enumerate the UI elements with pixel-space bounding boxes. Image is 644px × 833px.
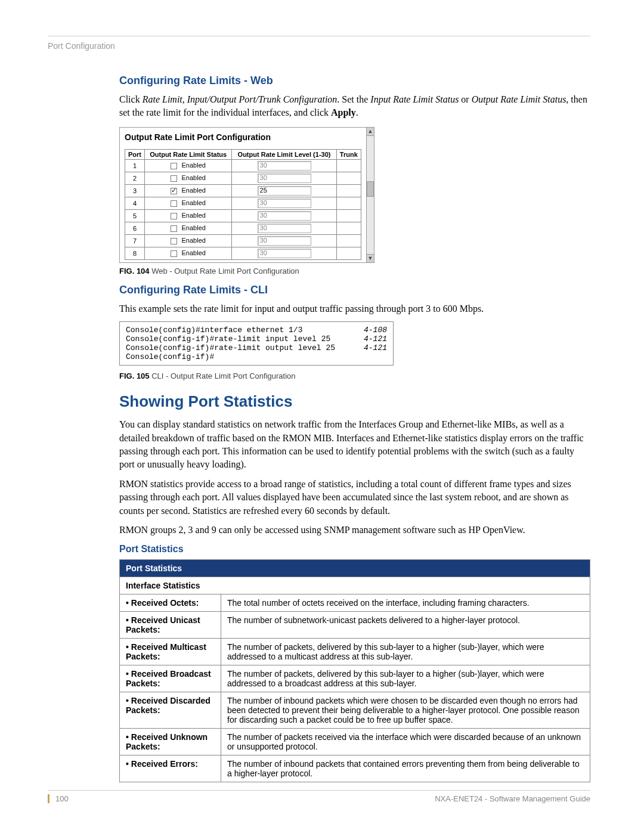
stat-desc: The number of subnetwork-unicast packets… (221, 612, 590, 639)
stat-desc: The number of inbound packets which were… (221, 692, 590, 729)
level-input[interactable]: 25 (258, 186, 311, 196)
enabled-checkbox[interactable] (171, 225, 177, 232)
cli-command: Console(config-if)#rate-limit output lev… (126, 343, 335, 352)
col-level: Output Rate Limit Level (1-30) (232, 149, 336, 159)
enabled-label: Enabled (179, 212, 205, 219)
status-cell: Enabled (144, 172, 232, 184)
level-input[interactable]: 30 (258, 199, 311, 208)
status-cell: Enabled (144, 184, 232, 197)
table-row: • Received Unicast Packets:The number of… (120, 612, 590, 639)
enabled-checkbox[interactable] (171, 175, 177, 182)
enabled-checkbox[interactable] (171, 188, 177, 194)
level-input[interactable]: 30 (258, 211, 311, 221)
trunk-cell (336, 222, 361, 234)
level-input[interactable]: 30 (258, 224, 311, 233)
level-cell: 30 (232, 234, 336, 247)
port-cell: 7 (125, 234, 145, 247)
stat-label: • Received Unknown Packets: (120, 729, 221, 755)
screenshot-title: Output Rate Limit Port Configuration (125, 132, 361, 142)
level-cell: 30 (232, 209, 336, 222)
enabled-checkbox[interactable] (171, 213, 177, 219)
level-input[interactable]: 30 (258, 249, 311, 258)
page-footer: 100 NXA-ENET24 - Software Management Gui… (48, 790, 590, 803)
scroll-up-icon[interactable]: ▲ (367, 128, 374, 136)
para-config-cli: This example sets the rate limit for inp… (119, 302, 590, 315)
table-row: 6 Enabled30 (125, 222, 361, 234)
col-port: Port (125, 149, 145, 159)
stat-label: • Received Unicast Packets: (120, 612, 221, 639)
status-cell: Enabled (144, 247, 232, 259)
level-input[interactable]: 30 (258, 161, 311, 171)
stat-label: • Received Broadcast Packets: (120, 665, 221, 692)
screenshot-output-rate-limit: Output Rate Limit Port Configuration Por… (119, 127, 367, 263)
status-cell: Enabled (144, 159, 232, 172)
table-row: 7 Enabled30 (125, 234, 361, 247)
cli-line: Console(config-if)#rate-limit output lev… (126, 343, 387, 352)
fig-105-caption: FIG. 105 CLI - Output Rate Limit Port Co… (119, 371, 590, 380)
table-row: • Received Octets:The total number of oc… (120, 594, 590, 612)
level-cell: 25 (232, 184, 336, 197)
rate-limit-table: Port Output Rate Limit Status Output Rat… (125, 149, 361, 260)
fig-104-caption: FIG. 104 Web - Output Rate Limit Port Co… (119, 267, 590, 275)
status-cell: Enabled (144, 197, 232, 209)
table-row: 4 Enabled30 (125, 197, 361, 209)
trunk-cell (336, 184, 361, 197)
table-row: • Received Multicast Packets:The number … (120, 639, 590, 665)
stat-desc: The number of packets, delivered by this… (221, 665, 590, 692)
page-number: 100 (48, 794, 69, 803)
scrollbar[interactable]: ▲ ▼ (366, 127, 374, 263)
cli-command: Console(config)#interface ethernet 1/3 (126, 326, 302, 335)
status-cell: Enabled (144, 222, 232, 234)
enabled-label: Enabled (179, 162, 205, 169)
port-cell: 2 (125, 172, 145, 184)
level-input[interactable]: 30 (258, 174, 311, 183)
trunk-cell (336, 159, 361, 172)
trunk-cell (336, 234, 361, 247)
enabled-label: Enabled (179, 249, 205, 256)
stat-label: • Received Errors: (120, 755, 221, 782)
table-row: 8 Enabled30 (125, 247, 361, 259)
level-cell: 30 (232, 172, 336, 184)
heading-config-cli: Configuring Rate Limits - CLI (119, 284, 590, 296)
heading-port-statistics: Port Statistics (119, 544, 590, 555)
port-statistics-table: Port Statistics Interface Statistics • R… (119, 559, 590, 782)
stat-label: • Received Multicast Packets: (120, 639, 221, 665)
level-cell: 30 (232, 222, 336, 234)
cli-line: Console(config)#interface ethernet 1/34-… (126, 326, 387, 335)
trunk-cell (336, 172, 361, 184)
trunk-cell (336, 209, 361, 222)
para-config-web: Click Rate Limit, Input/Output Port/Trun… (119, 93, 590, 120)
scroll-thumb[interactable] (367, 181, 374, 197)
scroll-down-icon[interactable]: ▼ (367, 254, 374, 262)
stats-p3: RMON groups 2, 3 and 9 can only be acces… (119, 524, 590, 537)
heading-config-web: Configuring Rate Limits - Web (119, 75, 590, 87)
table-row: 2 Enabled30 (125, 172, 361, 184)
enabled-checkbox[interactable] (171, 200, 177, 207)
enabled-checkbox[interactable] (171, 238, 177, 244)
port-cell: 8 (125, 247, 145, 259)
stats-table-header: Port Statistics (120, 560, 590, 577)
stats-p1: You can display standard statistics on n… (119, 418, 590, 472)
stat-desc: The number of inbound packets that conta… (221, 755, 590, 782)
heading-showing-stats: Showing Port Statistics (119, 392, 590, 411)
enabled-label: Enabled (179, 174, 205, 181)
stat-desc: The number of packets, delivered by this… (221, 639, 590, 665)
enabled-checkbox[interactable] (171, 163, 177, 169)
stat-desc: The number of packets received via the i… (221, 729, 590, 755)
port-cell: 3 (125, 184, 145, 197)
port-cell: 5 (125, 209, 145, 222)
breadcrumb: Port Configuration (48, 41, 590, 51)
cli-ref: 4-121 (364, 335, 387, 343)
level-input[interactable]: 30 (258, 236, 311, 246)
status-cell: Enabled (144, 209, 232, 222)
stat-desc: The total number of octets received on t… (221, 594, 590, 612)
cli-ref: 4-108 (364, 326, 387, 335)
table-row: • Received Discarded Packets:The number … (120, 692, 590, 729)
table-row: 5 Enabled30 (125, 209, 361, 222)
trunk-cell (336, 247, 361, 259)
cli-output: Console(config)#interface ethernet 1/34-… (119, 321, 394, 366)
enabled-checkbox[interactable] (171, 250, 177, 257)
enabled-label: Enabled (179, 199, 205, 206)
enabled-label: Enabled (179, 187, 205, 194)
port-cell: 4 (125, 197, 145, 209)
